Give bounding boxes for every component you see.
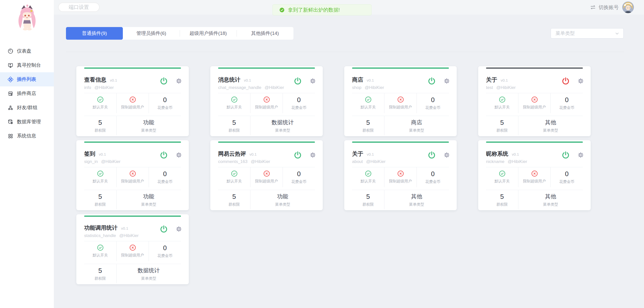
settings-gear-icon[interactable]: [578, 78, 584, 84]
tab-2[interactable]: 超级用户插件(18): [180, 27, 237, 40]
check-circle-icon: [499, 170, 506, 177]
stat-group-permission: 5 群权限: [486, 190, 518, 209]
stat-group-permission: 5 群权限: [84, 116, 117, 135]
check-circle-icon: [365, 170, 372, 177]
power-toggle-icon[interactable]: [293, 77, 302, 85]
stat-menu-type: 其他 菜单类型: [518, 116, 583, 135]
plugin-author: @HibiKier: [119, 233, 139, 239]
settings-gear-icon[interactable]: [444, 78, 450, 84]
plugin-card: 网易云热评 v0.1 comments_163 @HibiKier: [210, 140, 323, 210]
menu-type-value: 商店: [411, 119, 422, 126]
settings-gear-icon[interactable]: [176, 78, 182, 84]
plugin-version: v0.1: [244, 77, 251, 84]
group-permission-value: 5: [98, 119, 102, 126]
power-toggle-icon[interactable]: [159, 225, 168, 233]
sidebar-item-system[interactable]: 系统信息: [0, 129, 54, 143]
x-circle-icon: [129, 244, 136, 251]
plugin-version: v0.1: [99, 151, 106, 158]
stat-default-switch: 默认开关: [486, 93, 518, 113]
plugin-author: @HibiKier: [101, 159, 121, 164]
settings-gear-icon[interactable]: [176, 152, 182, 158]
power-toggle-icon[interactable]: [293, 151, 302, 159]
sidebar-item-console[interactable]: 真寻控制台: [0, 58, 54, 72]
swap-arrows-icon: [590, 4, 596, 10]
group-permission-value: 5: [98, 267, 102, 274]
power-toggle-icon[interactable]: [561, 77, 570, 85]
plugin-card: 昵称系统 v0.1 nickname @HibiKier: [478, 140, 591, 210]
plugin-title: 商店: [352, 76, 363, 83]
success-toast: 拿到了新鲜出炉的数据!: [272, 4, 372, 15]
port-settings-button[interactable]: 端口设置: [58, 3, 100, 12]
plugin-card: 关于 v0.1 about @HibiKier: [344, 140, 457, 210]
database-icon: [8, 119, 13, 125]
check-circle-icon: [365, 96, 372, 103]
plugin-title: 签到: [84, 150, 95, 157]
plugin-module: sign_in: [84, 159, 98, 164]
sidebar-item-friends[interactable]: 好友/群组: [0, 101, 54, 115]
stat-group-permission: 5 群权限: [486, 116, 518, 135]
toolbar-divider: [66, 52, 624, 52]
user-avatar[interactable]: [622, 2, 634, 13]
chibi-mascot-illustration: [14, 4, 40, 37]
cost-gold-value: 0: [297, 96, 301, 104]
x-circle-icon: [129, 170, 136, 177]
stat-group-permission: 5 群权限: [218, 190, 250, 209]
plugin-module: about: [352, 159, 363, 164]
stat-restrict-superuser: 限制超级用户: [250, 167, 283, 187]
plugin-title: 关于: [352, 150, 363, 157]
stat-default-switch: 默认开关: [486, 167, 518, 187]
stat-default-switch: 默认开关: [84, 93, 117, 113]
stat-cost-gold: 0 花费金币: [283, 167, 315, 187]
settings-gear-icon[interactable]: [310, 78, 316, 84]
stat-restrict-superuser: 限制超级用户: [384, 93, 417, 113]
sidebar-item-label: 系统信息: [17, 133, 36, 139]
stat-default-switch: 默认开关: [352, 167, 384, 187]
stat-cost-gold: 0 花费金币: [149, 93, 181, 113]
power-toggle-icon[interactable]: [159, 77, 168, 85]
sidebar-item-store[interactable]: 插件商店: [0, 86, 54, 101]
stat-menu-type: 功能 菜单类型: [117, 116, 181, 135]
plugin-title: 昵称系统: [486, 150, 508, 157]
plugin-card: 消息统计 v0.1 chat_message_handle @HibiKier: [210, 66, 323, 136]
power-toggle-icon[interactable]: [427, 77, 436, 85]
stat-group-permission: 5 群权限: [84, 264, 117, 283]
settings-gear-icon[interactable]: [310, 152, 316, 158]
cost-gold-value: 0: [163, 170, 167, 178]
plugin-version: v0.1: [249, 151, 257, 158]
power-toggle-icon[interactable]: [561, 151, 570, 159]
plugin-module: statistics_handle: [84, 233, 116, 239]
switch-account-button[interactable]: 切换账号: [590, 4, 619, 11]
power-toggle-icon[interactable]: [427, 151, 436, 159]
stat-cost-gold: 0 花费金币: [417, 167, 449, 187]
stat-menu-type: 其他 菜单类型: [384, 190, 449, 209]
power-toggle-icon[interactable]: [159, 151, 168, 159]
sidebar-item-gauge[interactable]: 仪表盘: [0, 44, 54, 58]
group-permission-value: 5: [366, 119, 370, 126]
settings-gear-icon[interactable]: [578, 152, 584, 158]
stat-group-permission: 5 群权限: [352, 190, 384, 209]
plugin-version: v0.1: [110, 77, 117, 84]
settings-gear-icon[interactable]: [176, 226, 182, 232]
cost-gold-value: 0: [431, 170, 434, 178]
plugin-version: v0.1: [512, 151, 519, 158]
check-circle-icon: [231, 96, 238, 103]
menu-type-select[interactable]: 菜单类型: [550, 28, 624, 39]
sidebar-item-label: 插件列表: [17, 76, 36, 83]
tab-0[interactable]: 普通插件(9): [66, 27, 123, 40]
sidebar-item-plugins[interactable]: 插件列表: [0, 72, 54, 86]
tab-3[interactable]: 其他插件(14): [237, 27, 293, 40]
plugin-title: 网易云热评: [218, 150, 246, 157]
plugin-module: chat_message_handle: [218, 85, 261, 90]
main-area: 端口设置 拿到了新鲜出炉的数据! 切换账号: [54, 0, 644, 308]
menu-type-value: 其他: [545, 119, 556, 126]
sidebar-item-database[interactable]: 数据库管理: [0, 115, 54, 129]
plugin-card-grid: 查看信息 v0.1 info @HibiKier: [76, 66, 644, 284]
stat-group-permission: 5 群权限: [352, 116, 384, 135]
tab-1[interactable]: 管理员插件(6): [123, 27, 180, 40]
plugin-author: @HibiKier: [251, 159, 270, 164]
x-circle-icon: [129, 96, 136, 103]
stat-menu-type: 数据统计 菜单类型: [250, 116, 315, 135]
plugin-module: nickname: [486, 159, 504, 164]
group-permission-value: 5: [366, 193, 370, 200]
settings-gear-icon[interactable]: [444, 152, 450, 158]
